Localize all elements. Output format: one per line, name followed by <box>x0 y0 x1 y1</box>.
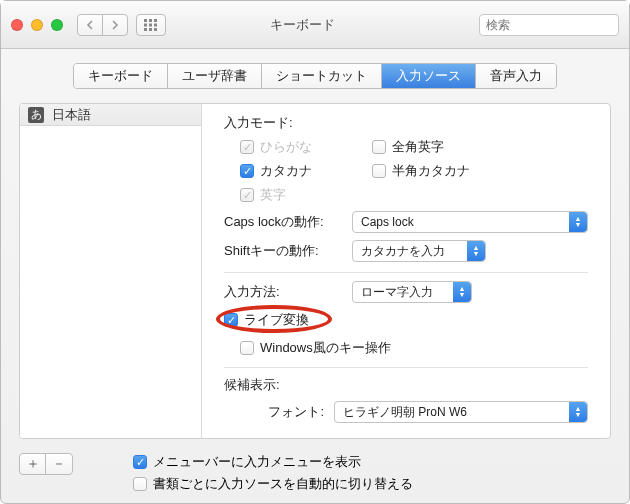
live-conversion-checkbox[interactable]: ライブ変換 <box>224 311 309 329</box>
source-list[interactable]: あ 日本語 <box>20 104 202 438</box>
checkbox-icon <box>372 140 386 154</box>
minimize-button[interactable] <box>31 19 43 31</box>
checkbox-icon <box>240 140 254 154</box>
font-label: フォント: <box>260 403 334 421</box>
tab-bar: キーボード ユーザ辞書 ショートカット 入力ソース 音声入力 <box>1 49 629 101</box>
checkbox-label: Windows風のキー操作 <box>260 339 391 357</box>
select-value: カタカナを入力 <box>361 243 445 260</box>
show-input-menu-checkbox[interactable]: メニューバーに入力メニューを表示 <box>133 453 413 471</box>
input-method-label: 入力方法: <box>224 283 352 301</box>
tab-keyboard[interactable]: キーボード <box>74 64 168 88</box>
bottom-bar: ＋ － メニューバーに入力メニューを表示 書類ごとに入力ソースを自動的に切り替え… <box>1 447 629 503</box>
source-item-japanese[interactable]: あ 日本語 <box>20 104 201 126</box>
mode-katakana[interactable]: カタカナ <box>240 162 312 180</box>
add-button[interactable]: ＋ <box>20 454 46 474</box>
stepper-arrows-icon: ▲▼ <box>569 212 587 232</box>
mode-label: 英字 <box>260 186 286 204</box>
shift-action-label: Shiftキーの動作: <box>224 242 352 260</box>
mode-label: ひらがな <box>260 138 312 156</box>
auto-switch-checkbox[interactable]: 書類ごとに入力ソースを自動的に切り替える <box>133 475 413 493</box>
select-value: ローマ字入力 <box>361 284 433 301</box>
search-field[interactable] <box>479 14 619 36</box>
titlebar: キーボード <box>1 1 629 49</box>
checkbox-icon <box>133 477 147 491</box>
preferences-window: キーボード キーボード ユーザ辞書 ショートカット 入力ソース 音声入力 あ 日… <box>0 0 630 504</box>
detail-pane: 入力モード: ひらがな 全角英字 カタカナ 半角カタカナ <box>202 104 610 438</box>
mode-eiji[interactable]: 英字 <box>240 186 286 204</box>
checkbox-icon <box>240 164 254 178</box>
nav-buttons <box>77 14 128 36</box>
mode-label: カタカナ <box>260 162 312 180</box>
forward-button[interactable] <box>102 14 128 36</box>
traffic-lights <box>11 19 63 31</box>
font-select[interactable]: ヒラギノ明朝 ProN W6 ▲▼ <box>334 401 588 423</box>
checkbox-icon <box>240 188 254 202</box>
candidate-display-label: 候補表示: <box>224 376 588 394</box>
select-value: Caps lock <box>361 215 414 229</box>
mode-label: 半角カタカナ <box>392 162 470 180</box>
source-item-label: 日本語 <box>52 106 91 124</box>
shift-action-select[interactable]: カタカナを入力 ▲▼ <box>352 240 486 262</box>
mode-hiragana[interactable]: ひらがな <box>240 138 312 156</box>
main-panel: あ 日本語 入力モード: ひらがな 全角英字 カタカナ <box>19 103 611 439</box>
windows-key-checkbox[interactable]: Windows風のキー操作 <box>240 339 588 357</box>
divider <box>224 367 588 368</box>
live-conversion-highlight: ライブ変換 <box>224 311 309 329</box>
mode-zenkaku-eiji[interactable]: 全角英字 <box>372 138 444 156</box>
tab-dictation[interactable]: 音声入力 <box>476 64 556 88</box>
japanese-icon: あ <box>28 107 44 123</box>
stepper-arrows-icon: ▲▼ <box>453 282 471 302</box>
checkbox-icon <box>133 455 147 469</box>
close-button[interactable] <box>11 19 23 31</box>
tab-input-sources[interactable]: 入力ソース <box>382 64 476 88</box>
chevron-left-icon <box>86 20 94 30</box>
checkbox-label: 書類ごとに入力ソースを自動的に切り替える <box>153 475 413 493</box>
checkbox-icon <box>240 341 254 355</box>
mode-hankaku-katakana[interactable]: 半角カタカナ <box>372 162 470 180</box>
remove-button[interactable]: － <box>46 454 72 474</box>
mode-label: 全角英字 <box>392 138 444 156</box>
capslock-action-select[interactable]: Caps lock ▲▼ <box>352 211 588 233</box>
checkbox-label: メニューバーに入力メニューを表示 <box>153 453 361 471</box>
select-value: ヒラギノ明朝 ProN W6 <box>343 404 467 421</box>
input-mode-label: 入力モード: <box>224 114 588 132</box>
back-button[interactable] <box>77 14 103 36</box>
window-title: キーボード <box>126 16 479 34</box>
stepper-arrows-icon: ▲▼ <box>467 241 485 261</box>
tab-user-dictionary[interactable]: ユーザ辞書 <box>168 64 262 88</box>
add-remove-buttons: ＋ － <box>19 453 73 475</box>
tab-shortcuts[interactable]: ショートカット <box>262 64 382 88</box>
capslock-action-label: Caps lockの動作: <box>224 213 352 231</box>
chevron-right-icon <box>111 20 119 30</box>
checkbox-label: ライブ変換 <box>244 311 309 329</box>
input-method-select[interactable]: ローマ字入力 ▲▼ <box>352 281 472 303</box>
search-input[interactable] <box>486 18 630 32</box>
checkbox-icon <box>372 164 386 178</box>
checkbox-icon <box>224 313 238 327</box>
stepper-arrows-icon: ▲▼ <box>569 402 587 422</box>
divider <box>224 272 588 273</box>
zoom-button[interactable] <box>51 19 63 31</box>
